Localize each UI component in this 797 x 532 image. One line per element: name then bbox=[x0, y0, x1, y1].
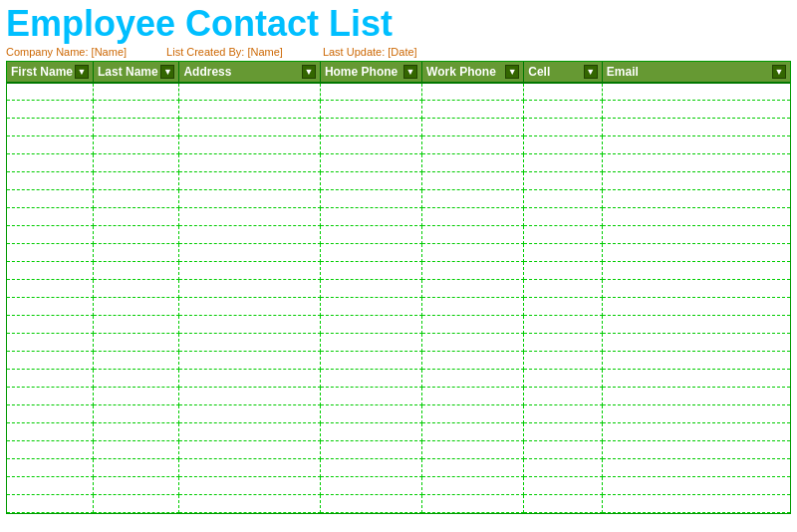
table-cell[interactable] bbox=[602, 172, 790, 190]
table-cell[interactable] bbox=[602, 459, 790, 477]
table-cell[interactable] bbox=[320, 423, 421, 441]
table-cell[interactable] bbox=[422, 208, 524, 226]
table-cell[interactable] bbox=[602, 477, 790, 495]
table-row[interactable] bbox=[7, 244, 790, 262]
table-cell[interactable] bbox=[179, 334, 320, 352]
table-row[interactable] bbox=[7, 190, 790, 208]
table-cell[interactable] bbox=[7, 441, 93, 459]
table-cell[interactable] bbox=[179, 262, 320, 280]
table-cell[interactable] bbox=[320, 298, 421, 316]
table-cell[interactable] bbox=[179, 352, 320, 370]
table-cell[interactable] bbox=[602, 441, 790, 459]
table-cell[interactable] bbox=[602, 298, 790, 316]
table-cell[interactable] bbox=[7, 208, 93, 226]
table-cell[interactable] bbox=[524, 352, 603, 370]
table-cell[interactable] bbox=[422, 172, 524, 190]
table-cell[interactable] bbox=[524, 405, 603, 423]
table-cell[interactable] bbox=[602, 352, 790, 370]
table-cell[interactable] bbox=[93, 101, 178, 119]
table-cell[interactable] bbox=[7, 262, 93, 280]
table-cell[interactable] bbox=[422, 298, 524, 316]
table-cell[interactable] bbox=[320, 388, 421, 405]
table-cell[interactable] bbox=[524, 172, 603, 190]
table-cell[interactable] bbox=[422, 316, 524, 334]
table-cell[interactable] bbox=[602, 226, 790, 244]
table-cell[interactable] bbox=[422, 388, 524, 405]
table-row[interactable] bbox=[7, 136, 790, 154]
table-cell[interactable] bbox=[524, 208, 603, 226]
table-cell[interactable] bbox=[602, 136, 790, 154]
table-cell[interactable] bbox=[179, 495, 320, 513]
table-cell[interactable] bbox=[320, 244, 421, 262]
table-cell[interactable] bbox=[179, 208, 320, 226]
table-cell[interactable] bbox=[179, 172, 320, 190]
table-cell[interactable] bbox=[93, 136, 178, 154]
table-cell[interactable] bbox=[602, 280, 790, 298]
table-cell[interactable] bbox=[179, 298, 320, 316]
table-cell[interactable] bbox=[93, 298, 178, 316]
table-row[interactable] bbox=[7, 334, 790, 352]
table-cell[interactable] bbox=[602, 101, 790, 119]
table-cell[interactable] bbox=[93, 405, 178, 423]
table-cell[interactable] bbox=[524, 459, 603, 477]
table-cell[interactable] bbox=[7, 388, 93, 405]
table-cell[interactable] bbox=[320, 262, 421, 280]
table-cell[interactable] bbox=[7, 154, 93, 172]
table-cell[interactable] bbox=[524, 298, 603, 316]
table-cell[interactable] bbox=[320, 441, 421, 459]
table-cell[interactable] bbox=[422, 262, 524, 280]
table-row[interactable] bbox=[7, 495, 790, 513]
table-cell[interactable] bbox=[93, 441, 178, 459]
table-cell[interactable] bbox=[524, 280, 603, 298]
table-cell[interactable] bbox=[524, 388, 603, 405]
table-cell[interactable] bbox=[320, 83, 421, 101]
table-cell[interactable] bbox=[422, 136, 524, 154]
table-cell[interactable] bbox=[7, 119, 93, 136]
table-row[interactable] bbox=[7, 208, 790, 226]
table-cell[interactable] bbox=[422, 244, 524, 262]
table-row[interactable] bbox=[7, 423, 790, 441]
table-cell[interactable] bbox=[93, 316, 178, 334]
table-cell[interactable] bbox=[179, 190, 320, 208]
table-cell[interactable] bbox=[93, 334, 178, 352]
table-cell[interactable] bbox=[93, 190, 178, 208]
table-cell[interactable] bbox=[602, 262, 790, 280]
table-cell[interactable] bbox=[93, 477, 178, 495]
table-cell[interactable] bbox=[320, 459, 421, 477]
table-cell[interactable] bbox=[602, 119, 790, 136]
table-cell[interactable] bbox=[602, 388, 790, 405]
table-cell[interactable] bbox=[7, 316, 93, 334]
table-cell[interactable] bbox=[179, 370, 320, 388]
home-phone-dropdown-arrow[interactable]: ▼ bbox=[403, 65, 417, 79]
table-cell[interactable] bbox=[320, 136, 421, 154]
table-row[interactable] bbox=[7, 370, 790, 388]
table-cell[interactable] bbox=[179, 405, 320, 423]
table-cell[interactable] bbox=[179, 83, 320, 101]
table-cell[interactable] bbox=[422, 441, 524, 459]
table-cell[interactable] bbox=[422, 334, 524, 352]
table-cell[interactable] bbox=[524, 370, 603, 388]
table-cell[interactable] bbox=[422, 352, 524, 370]
table-cell[interactable] bbox=[602, 405, 790, 423]
table-cell[interactable] bbox=[422, 280, 524, 298]
table-cell[interactable] bbox=[179, 101, 320, 119]
table-cell[interactable] bbox=[524, 334, 603, 352]
table-cell[interactable] bbox=[524, 316, 603, 334]
table-cell[interactable] bbox=[320, 190, 421, 208]
table-cell[interactable] bbox=[320, 101, 421, 119]
cell-dropdown-arrow[interactable]: ▼ bbox=[584, 65, 598, 79]
table-cell[interactable] bbox=[93, 154, 178, 172]
table-cell[interactable] bbox=[93, 172, 178, 190]
table-cell[interactable] bbox=[524, 477, 603, 495]
table-cell[interactable] bbox=[179, 459, 320, 477]
table-cell[interactable] bbox=[7, 226, 93, 244]
table-cell[interactable] bbox=[422, 477, 524, 495]
table-row[interactable] bbox=[7, 316, 790, 334]
table-cell[interactable] bbox=[524, 226, 603, 244]
table-cell[interactable] bbox=[320, 316, 421, 334]
table-cell[interactable] bbox=[7, 244, 93, 262]
table-cell[interactable] bbox=[7, 459, 93, 477]
table-cell[interactable] bbox=[320, 280, 421, 298]
table-cell[interactable] bbox=[422, 190, 524, 208]
table-cell[interactable] bbox=[320, 495, 421, 513]
